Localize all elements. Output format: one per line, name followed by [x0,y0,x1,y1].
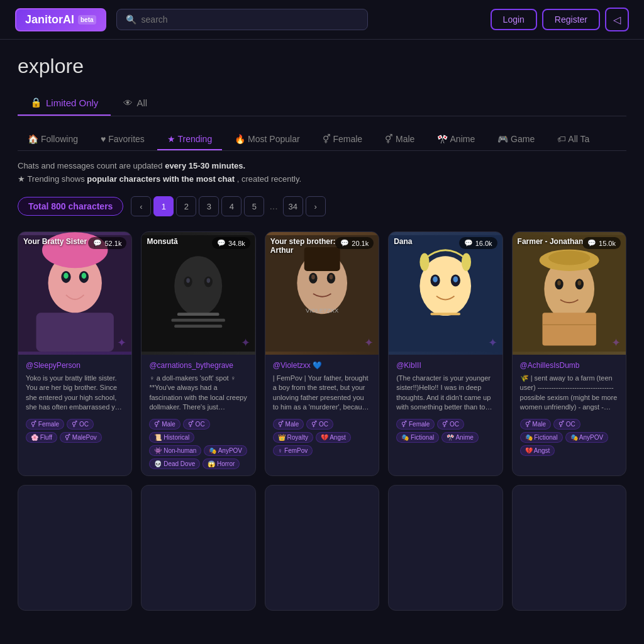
tab-male[interactable]: ⚥ Male [375,129,425,150]
register-button[interactable]: Register [542,9,600,30]
card-author-3: @KibIII [396,361,494,370]
card-image-0 [18,232,131,355]
card-desc-3: (The character is your younger sister!!)… [396,374,494,413]
next-page-button[interactable]: › [306,196,326,216]
tag-oc: ⚥ OC [306,419,333,430]
sparkle-icon-2: ✦ [364,336,374,350]
update-frequency: every 15-30 minutes. [165,161,245,170]
placeholder-card-1 [141,485,255,611]
svg-point-5 [82,273,87,279]
tag-anypov: 🎭 AnyPOV [204,445,247,456]
tag-male: ⚥ Male [149,419,180,430]
game-icon: 🎮 [497,134,511,144]
card-body-4: @AchillesIsDumb 🌾 | sent away to a farm … [513,355,626,462]
chat-icon-1: 💬 [217,239,226,247]
chat-icon-2: 💬 [340,239,349,247]
tab-following[interactable]: 🏠 Following [18,129,88,150]
logo[interactable]: JanitorAI beta [15,8,106,31]
lock-icon: 🔒 [30,97,42,108]
card-image-1 [142,232,255,355]
card-tags-0: ⚥ Female ⚥ OC 🌸 Fluff ⚥ MalePov [26,419,124,443]
page-title: explore [18,55,626,78]
character-card-1[interactable]: Monsutā 💬 34.8k ✦ @carnations_bythegrave… [141,231,255,476]
tag-historical: 📜 Historical [149,432,194,443]
anime-icon: 🎌 [437,134,450,144]
page-4-button[interactable]: 4 [221,196,242,216]
header-actions: Login Register ◁ [491,8,629,31]
tab-limited-only[interactable]: 🔒 Limited Only [18,91,111,116]
card-body-3: @KibIII (The character is your younger s… [389,355,502,449]
chat-icon-3: 💬 [464,239,473,247]
star-icon: ★ [167,134,178,144]
character-count: 800 [51,201,65,211]
tab-anime[interactable]: 🎌 Anime [427,129,485,150]
svg-point-29 [433,276,438,282]
card-author-2: @Violetzxx 💙 [273,361,371,370]
tab-all-tags[interactable]: 🏷 All Ta [547,129,599,150]
card-title-1: Monsutā [147,237,177,246]
character-card-0[interactable]: Your Bratty Sister 💬 52.1k ✦ @SleepyPers… [18,231,132,476]
placeholder-card-3 [388,485,502,611]
card-body-1: @carnations_bythegrave ♀︎ a doll-makers … [142,355,255,475]
filter-tabs: 🔒 Limited Only 👁 All [18,91,626,116]
tab-all[interactable]: 👁 All [111,91,160,116]
prev-page-button[interactable]: ‹ [131,196,151,216]
tag-nonhuman: 👾 Non-human [149,445,201,456]
total-count-badge: Total 800 characters [18,197,123,216]
page-3-button[interactable]: 3 [199,196,219,216]
card-image-wrap-3: Dana 💬 16.0k ✦ [389,232,502,355]
svg-point-30 [453,276,458,282]
svg-point-21 [311,275,315,280]
svg-point-13 [207,278,211,283]
card-image-3 [389,232,502,355]
search-input[interactable] [142,14,358,25]
svg-rect-33 [431,313,460,315]
tag-icon: 🏷 [557,134,568,144]
sparkle-icon-4: ✦ [611,336,621,350]
tag-female: ⚥ Female [396,419,435,430]
share-button[interactable]: ◁ [605,8,629,31]
svg-point-32 [462,253,471,270]
login-button[interactable]: Login [491,9,537,30]
tag-oc: ⚥ OC [437,419,464,430]
svg-rect-42 [542,313,596,345]
chat-icon-4: 💬 [587,239,596,247]
card-title-4: Farmer - Jonathan [518,237,584,246]
card-author-1: @carnations_bythegrave [149,361,247,370]
tag-anypov: 🎭 AnyPOV [565,432,609,443]
trending-info: ★ Trending shows popular characters with… [18,174,626,184]
card-desc-4: 🌾 | sent away to a farm (teen user) ----… [520,374,618,413]
tab-most-popular[interactable]: 🔥 Most Popular [225,129,309,150]
character-card-3[interactable]: Dana 💬 16.0k ✦ @KibIII (The character is… [388,231,502,476]
tab-game[interactable]: 🎮 Game [487,129,545,150]
tab-female[interactable]: ⚥ Female [313,129,373,150]
page-5-button[interactable]: 5 [244,196,264,216]
trending-description: popular characters with the most chat [87,174,235,184]
svg-rect-6 [36,313,113,352]
card-author-0: @SleepyPerson [26,361,124,370]
svg-rect-14 [177,313,219,316]
search-bar: 🔍 [116,9,368,30]
tag-male: ⚥ Male [520,419,551,430]
category-tabs: 🏠 Following ♥ Favorites ★ Trending 🔥 Mos… [18,129,626,151]
page-2-button[interactable]: 2 [176,196,196,216]
pagination: Total 800 characters ‹ 1 2 3 4 5 ... 34 … [18,196,626,216]
card-desc-2: | FemPov | Your father, brought a boy fr… [273,374,371,413]
character-card-4[interactable]: Farmer - Jonathan 💬 15.0k ✦ @AchillesIsD… [512,231,626,476]
svg-point-9 [175,256,223,316]
card-desc-0: Yoko is your bratty little sister. You a… [26,374,124,413]
logo-beta: beta [78,15,96,25]
update-info: Chats and messages count are updated eve… [18,161,626,170]
tab-favorites[interactable]: ♥ Favorites [91,129,155,150]
card-body-0: @SleepyPerson Yoko is your bratty little… [18,355,131,449]
character-card-2[interactable]: VIOLETZXX Your step brother: Arthur 💬 20… [265,231,379,476]
card-title-2: Your step brother: Arthur [270,237,344,255]
tag-malepov: ⚥ MalePov [60,432,102,443]
card-title-3: Dana [394,237,412,246]
page-1-button[interactable]: 1 [153,196,174,216]
tab-trending[interactable]: ★ Trending [157,129,222,150]
tag-deaddove: 💀 Dead Dove [149,458,200,469]
page-34-button[interactable]: 34 [283,196,303,216]
svg-point-31 [420,253,430,270]
svg-point-4 [64,273,69,279]
